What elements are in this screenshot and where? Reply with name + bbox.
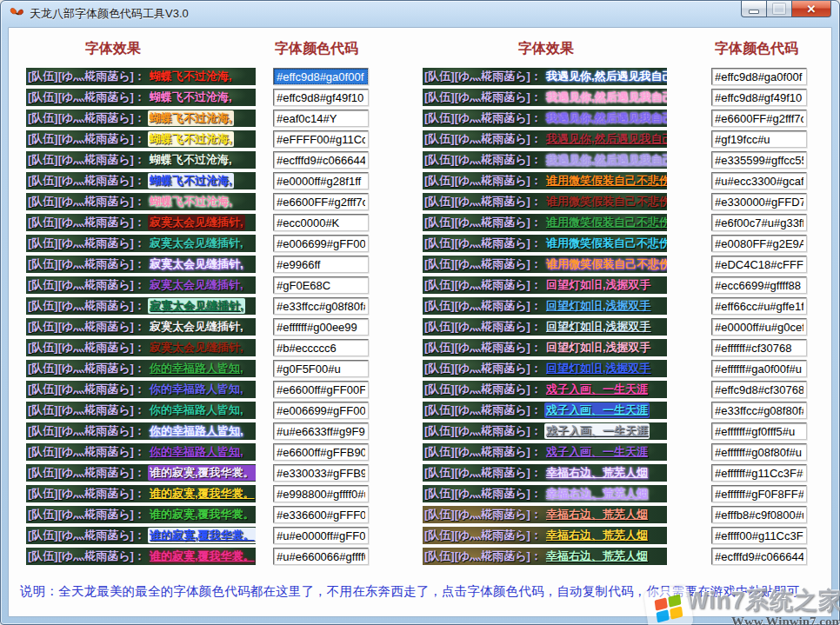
color-code-input[interactable]	[711, 381, 807, 398]
chat-prefix: [队伍][ゆ灬椛雨菡ら]：	[26, 382, 148, 397]
color-code-input[interactable]	[711, 256, 807, 273]
color-code-input[interactable]	[711, 527, 807, 544]
close-icon: ✕	[807, 3, 817, 15]
color-code-input[interactable]	[711, 130, 807, 148]
color-code-input[interactable]	[711, 235, 807, 252]
chat-preview-row: [队伍][ゆ灬椛雨菡ら]： 谁用微笑假装自己不悲伤	[423, 172, 667, 189]
color-code-input[interactable]	[273, 235, 369, 252]
chat-message: 回望灯如旧,浅握双手	[544, 361, 653, 376]
header-code-right: 字体颜色代码	[715, 40, 798, 58]
color-code-input[interactable]	[273, 506, 369, 523]
color-code-input[interactable]	[711, 443, 807, 461]
chat-prefix: [队伍][ゆ灬椛雨菡ら]：	[423, 277, 544, 293]
color-code-input[interactable]	[711, 339, 807, 356]
chat-prefix: [队伍][ゆ灬椛雨菡ら]：	[423, 131, 544, 147]
chat-preview-row: [队伍][ゆ灬椛雨菡ら]： 我遇见你,然后遇见我自己..	[423, 151, 667, 169]
chat-preview-row: [队伍][ゆ灬椛雨菡ら]： 蝴蝶飞不过沧海,	[26, 68, 256, 85]
chat-prefix: [队伍][ゆ灬椛雨菡ら]：	[26, 90, 148, 105]
chat-preview-row: [队伍][ゆ灬椛雨菡ら]： 蝴蝶飞不过沧海,	[26, 110, 256, 127]
chat-message: 谁的寂寞,覆我华裳。	[148, 549, 256, 564]
chat-message: 幸福右边、荒芜人烟	[544, 507, 650, 522]
chat-prefix: [队伍][ゆ灬椛雨菡ら]：	[26, 110, 148, 126]
color-code-input[interactable]	[711, 506, 807, 523]
color-code-input[interactable]	[711, 193, 807, 210]
chat-prefix: [队伍][ゆ灬椛雨菡ら]：	[423, 423, 544, 439]
color-code-input[interactable]	[273, 443, 369, 461]
color-code-input[interactable]	[273, 422, 369, 440]
color-code-input[interactable]	[711, 548, 807, 565]
color-code-input[interactable]	[273, 276, 369, 294]
color-code-input[interactable]	[273, 360, 369, 377]
chat-preview-row: [队伍][ゆ灬椛雨菡ら]： 戏子入画、一生天涯	[423, 402, 667, 419]
color-code-input[interactable]	[711, 360, 807, 377]
color-code-input[interactable]	[711, 297, 807, 315]
color-code-input[interactable]	[273, 548, 369, 565]
chat-preview-row: [队伍][ゆ灬椛雨菡ら]： 我遇见你,然后遇见我自己..	[423, 89, 667, 106]
color-code-input[interactable]	[711, 485, 807, 502]
chat-message: 我遇见你,然后遇见我自己..	[544, 90, 667, 105]
chat-preview-row: [队伍][ゆ灬椛雨菡ら]： 寂寞太会见缝插针,	[26, 214, 256, 231]
color-code-input[interactable]	[273, 527, 369, 544]
maximize-button[interactable]	[767, 1, 791, 17]
chat-preview-row: [队伍][ゆ灬椛雨菡ら]： 谁用微笑假装自己不悲伤	[423, 214, 667, 231]
chat-message: 幸福右边、荒芜人烟	[544, 528, 650, 543]
color-code-input[interactable]	[273, 297, 369, 315]
color-code-input[interactable]	[273, 402, 369, 419]
chat-preview-row: [队伍][ゆ灬椛雨菡ら]： 你的幸福路人皆知,	[26, 402, 256, 419]
chat-preview-row: [队伍][ゆ灬椛雨菡ら]： 蝴蝶飞不过沧海,	[26, 193, 256, 210]
color-code-input[interactable]	[273, 256, 369, 273]
color-code-input[interactable]	[711, 172, 807, 189]
chat-prefix: [队伍][ゆ灬椛雨菡ら]：	[423, 444, 544, 460]
minimize-button[interactable]	[741, 1, 767, 17]
watermark-url: Www.Winwin7.com	[686, 615, 840, 625]
chat-prefix: [队伍][ゆ灬椛雨菡ら]：	[423, 402, 544, 418]
color-code-input[interactable]	[711, 214, 807, 231]
color-code-input[interactable]	[711, 464, 807, 482]
color-code-input[interactable]	[711, 151, 807, 169]
chat-message: 幸福右边、荒芜人烟	[544, 486, 650, 502]
color-code-input[interactable]	[273, 381, 369, 398]
color-code-input[interactable]	[273, 214, 369, 231]
close-button[interactable]: ✕	[791, 1, 831, 17]
color-code-input[interactable]	[711, 68, 807, 85]
chat-prefix: [队伍][ゆ灬椛雨菡ら]：	[26, 465, 148, 481]
color-code-input[interactable]	[273, 464, 369, 482]
color-code-input[interactable]	[273, 110, 369, 127]
color-code-input[interactable]	[711, 318, 807, 336]
color-code-input[interactable]	[273, 151, 369, 169]
chat-prefix: [队伍][ゆ灬椛雨菡ら]：	[423, 298, 544, 314]
chat-message: 寂寞太会见缝插针,	[148, 340, 245, 356]
color-code-input[interactable]	[711, 276, 807, 294]
chat-prefix: [队伍][ゆ灬椛雨菡ら]：	[26, 256, 148, 272]
titlebar: 天龙八部字体颜色代码工具V3.0 ✕	[1, 1, 839, 27]
chat-message: 蝴蝶飞不过沧海,	[148, 194, 234, 209]
color-code-input[interactable]	[711, 89, 807, 106]
chat-preview-row: [队伍][ゆ灬椛雨菡ら]： 回望灯如旧,浅握双手	[423, 339, 667, 356]
color-code-input[interactable]	[273, 68, 369, 85]
chat-preview-row: [队伍][ゆ灬椛雨菡ら]： 幸福右边、荒芜人烟	[423, 464, 667, 482]
chat-preview-row: [队伍][ゆ灬椛雨菡ら]： 谁的寂寞,覆我华裳。	[26, 527, 256, 544]
watermark-title: Win7系统之家	[686, 589, 840, 613]
color-code-input[interactable]	[273, 485, 369, 502]
color-code-input[interactable]	[273, 130, 369, 148]
color-code-input[interactable]	[273, 339, 369, 356]
chat-preview-row: [队伍][ゆ灬椛雨菡ら]： 回望灯如旧,浅握双手	[423, 276, 667, 294]
chat-message: 谁的寂寞,覆我华裳。	[148, 528, 256, 543]
color-code-input[interactable]	[711, 422, 807, 440]
chat-message: 谁用微笑假装自己不悲伤	[544, 173, 667, 189]
left-effect-column: [队伍][ゆ灬椛雨菡ら]： 蝴蝶飞不过沧海, [队伍][ゆ灬椛雨菡ら]： 蝴蝶飞…	[26, 68, 256, 565]
chat-message: 蝴蝶飞不过沧海,	[148, 131, 234, 147]
color-code-input[interactable]	[273, 89, 369, 106]
color-code-input[interactable]	[273, 172, 369, 189]
color-code-input[interactable]	[273, 193, 369, 210]
chat-message: 回望灯如旧,浅握双手	[544, 340, 653, 356]
chat-message: 幸福右边、荒芜人烟	[544, 549, 650, 564]
color-code-input[interactable]	[711, 110, 807, 127]
header-code-left: 字体颜色代码	[275, 40, 358, 58]
chat-preview-row: [队伍][ゆ灬椛雨菡ら]： 蝴蝶飞不过沧海,	[26, 130, 256, 148]
chat-prefix: [队伍][ゆ灬椛雨菡ら]：	[423, 319, 544, 335]
color-code-input[interactable]	[711, 402, 807, 419]
color-code-input[interactable]	[273, 318, 369, 336]
chat-prefix: [队伍][ゆ灬椛雨菡ら]：	[423, 465, 544, 481]
chat-prefix: [队伍][ゆ灬椛雨菡ら]：	[26, 215, 148, 230]
